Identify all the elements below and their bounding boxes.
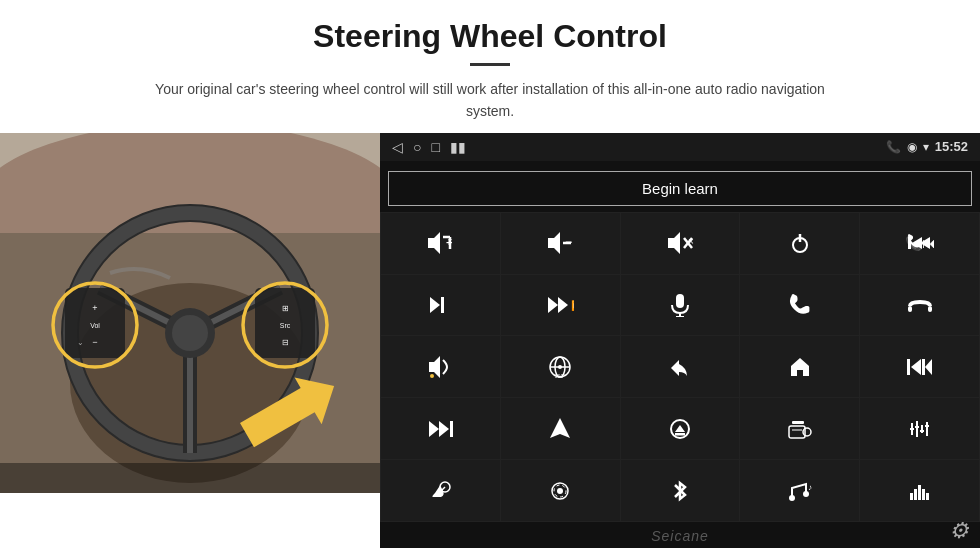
status-bar-right: 📞 ◉ ▾ 15:52 — [886, 139, 968, 154]
mute-button[interactable]: × — [621, 213, 740, 274]
end-call-button[interactable] — [860, 275, 979, 336]
status-bar: ◁ ○ □ ▮▮ 📞 ◉ ▾ 15:52 — [380, 133, 980, 161]
power-button[interactable] — [740, 213, 859, 274]
begin-learn-button[interactable]: Begin learn — [388, 171, 972, 206]
vol-down-button[interactable]: − — [501, 213, 620, 274]
svg-rect-54 — [928, 306, 932, 312]
location-icon: ◉ — [907, 140, 917, 154]
svg-text:⏩: ⏩ — [571, 299, 574, 312]
watermark-bar: Seicane ⚙ — [380, 522, 980, 548]
nav-button[interactable] — [501, 398, 620, 459]
wifi-icon: ▾ — [923, 140, 929, 154]
svg-text:×: × — [688, 236, 694, 247]
signal-icon: ▮▮ — [450, 139, 466, 155]
page-container: Steering Wheel Control Your original car… — [0, 0, 980, 548]
svg-marker-34 — [668, 232, 680, 254]
svg-marker-44 — [430, 297, 440, 313]
svg-marker-66 — [925, 359, 932, 375]
svg-marker-72 — [675, 425, 685, 432]
svg-text:⊞: ⊞ — [282, 304, 289, 313]
spectrum-button[interactable] — [860, 460, 979, 521]
music-button[interactable]: ♪ — [740, 460, 859, 521]
svg-rect-67 — [450, 421, 453, 437]
car-photo: + Vol − ⌄ ⊞ Src ⊟ — [0, 133, 380, 493]
svg-marker-70 — [550, 418, 570, 438]
radio-button[interactable] — [740, 398, 859, 459]
svg-point-89 — [557, 488, 563, 494]
svg-point-75 — [803, 428, 811, 436]
svg-point-13 — [172, 315, 208, 351]
svg-text:−: − — [565, 235, 572, 249]
svg-text:⊟: ⊟ — [282, 338, 289, 347]
svg-rect-50 — [676, 294, 684, 308]
recents-nav-icon[interactable]: □ — [431, 139, 439, 155]
vol-up-button[interactable]: + + — [381, 213, 500, 274]
watermark-text: Seicane — [651, 528, 709, 544]
svg-rect-94 — [910, 493, 913, 500]
svg-text:−: − — [92, 337, 97, 347]
svg-text:⌄: ⌄ — [77, 338, 84, 347]
eq-button[interactable] — [860, 398, 979, 459]
svg-rect-63 — [907, 359, 910, 375]
svg-text:360°: 360° — [555, 373, 565, 379]
skip-next-button[interactable] — [381, 275, 500, 336]
svg-rect-65 — [922, 359, 925, 375]
steering-wheel-svg: + Vol − ⌄ ⊞ Src ⊟ — [0, 133, 380, 493]
bluetooth-button[interactable] — [621, 460, 740, 521]
svg-rect-45 — [441, 297, 444, 313]
prev-chapter-button[interactable] — [860, 336, 979, 397]
svg-point-60 — [558, 365, 562, 369]
home-button[interactable] — [740, 336, 859, 397]
svg-marker-31 — [548, 232, 560, 254]
title-divider — [470, 63, 510, 66]
subtitle-text: Your original car's steering wheel contr… — [140, 78, 840, 123]
svg-text:+: + — [446, 236, 452, 248]
gear-icon[interactable]: ⚙ — [949, 518, 970, 544]
page-title: Steering Wheel Control — [40, 18, 940, 55]
svg-marker-69 — [429, 421, 439, 437]
controls-grid: + + − × — [380, 212, 980, 522]
begin-learn-section: Begin learn — [380, 161, 980, 212]
call-prev-button[interactable]: 📞⏮ — [860, 213, 979, 274]
status-bar-left: ◁ ○ □ ▮▮ — [392, 139, 466, 155]
svg-text:♪: ♪ — [808, 483, 812, 492]
svg-marker-64 — [911, 359, 921, 375]
360-button[interactable]: 360° — [501, 336, 620, 397]
ff-button[interactable]: ⏩ — [501, 275, 620, 336]
svg-rect-53 — [908, 306, 912, 312]
svg-rect-97 — [922, 489, 925, 500]
svg-marker-26 — [428, 232, 440, 254]
time-display: 15:52 — [935, 139, 968, 154]
svg-rect-25 — [0, 463, 380, 493]
content-row: + Vol − ⌄ ⊞ Src ⊟ — [0, 133, 980, 548]
mic-button[interactable] — [621, 275, 740, 336]
svg-rect-95 — [914, 489, 917, 500]
mic2-button[interactable] — [381, 460, 500, 521]
call-button[interactable] — [740, 275, 859, 336]
svg-rect-96 — [918, 485, 921, 500]
speaker-button[interactable] — [381, 336, 500, 397]
eject-button[interactable] — [621, 398, 740, 459]
svg-marker-48 — [558, 297, 568, 313]
phone-status-icon: 📞 — [886, 140, 901, 154]
svg-text:Vol: Vol — [90, 322, 100, 329]
car-photo-bg: + Vol − ⌄ ⊞ Src ⊟ — [0, 133, 380, 493]
svg-text:Src: Src — [280, 322, 291, 329]
header-section: Steering Wheel Control Your original car… — [0, 0, 980, 133]
home-nav-icon[interactable]: ○ — [413, 139, 421, 155]
back-nav-icon[interactable]: ◁ — [392, 139, 403, 155]
back-button[interactable] — [621, 336, 740, 397]
svg-marker-68 — [439, 421, 449, 437]
svg-rect-73 — [675, 433, 685, 436]
svg-rect-76 — [792, 421, 804, 424]
svg-rect-98 — [926, 493, 929, 500]
android-screen: ◁ ○ □ ▮▮ 📞 ◉ ▾ 15:52 Begin learn — [380, 133, 980, 548]
fast-fwd-button[interactable] — [381, 398, 500, 459]
svg-point-56 — [430, 374, 434, 378]
svg-marker-47 — [548, 297, 558, 313]
settings2-button[interactable] — [501, 460, 620, 521]
svg-text:+: + — [92, 303, 97, 313]
svg-marker-62 — [791, 358, 809, 376]
svg-point-91 — [789, 495, 795, 501]
